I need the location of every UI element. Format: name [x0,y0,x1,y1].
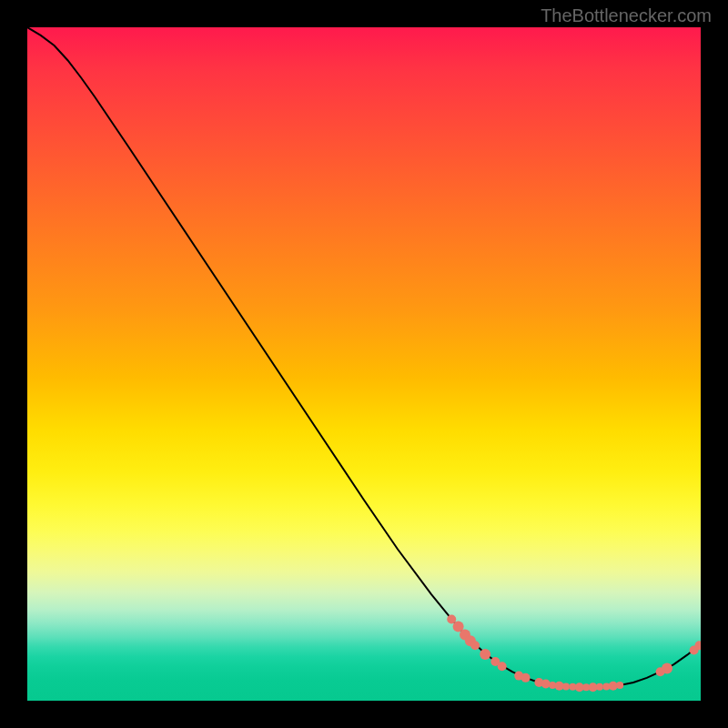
scatter-point [562,682,570,690]
scatter-point [498,662,507,671]
scatter-point [521,673,531,682]
scatter-point [596,683,603,691]
watermark-text: TheBottlenecker.com [541,5,712,26]
plot-area [27,27,701,701]
chart-svg [27,27,701,701]
scatter-points [447,614,701,692]
bottleneck-curve [27,27,701,687]
scatter-point [470,641,480,650]
scatter-point [480,649,490,660]
scatter-point [447,614,456,623]
scatter-point [616,682,623,689]
scatter-point [662,662,672,673]
scatter-point [541,680,551,689]
